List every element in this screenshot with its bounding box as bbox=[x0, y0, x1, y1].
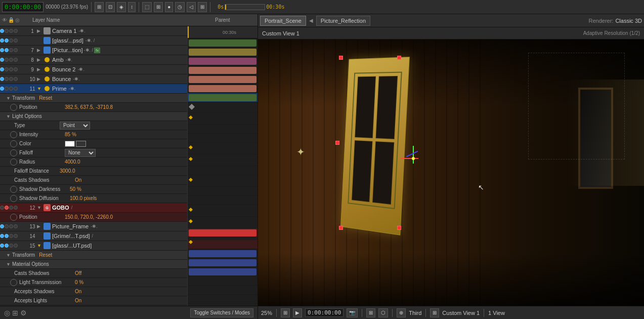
layer-11-expand[interactable]: ▼ bbox=[37, 86, 42, 91]
layer-15-vis[interactable] bbox=[0, 244, 4, 248]
vf-btn-view[interactable]: ⊕ bbox=[397, 308, 406, 317]
layer-1-vis[interactable] bbox=[0, 29, 4, 33]
layer-12-audio[interactable] bbox=[5, 206, 9, 210]
layer-14-name[interactable]: [Grime/...T.psd] bbox=[52, 233, 90, 239]
layer-13-expand[interactable]: ▶ bbox=[37, 224, 42, 229]
layer-13-solo[interactable] bbox=[9, 224, 13, 228]
layer-7-lock[interactable] bbox=[14, 48, 18, 52]
layer-13-name[interactable]: Picture_Frame bbox=[52, 223, 89, 229]
layer-9-vis[interactable] bbox=[0, 67, 4, 71]
viewport-tab-reflection[interactable]: Picture_Reflection bbox=[316, 16, 370, 26]
color-swatch-dark[interactable] bbox=[76, 141, 86, 147]
layer-13-opts[interactable]: -✱. bbox=[91, 224, 98, 229]
toolbar-btn-9[interactable]: ◁ bbox=[187, 2, 196, 12]
layer-g-solo[interactable] bbox=[9, 38, 13, 43]
layer-11-vis[interactable] bbox=[0, 87, 4, 91]
layer-12-solo[interactable] bbox=[9, 206, 13, 210]
vf-btn-3d[interactable]: ⬡ bbox=[378, 308, 388, 317]
layer-14-opts[interactable]: / bbox=[92, 233, 94, 238]
layer-9-opts[interactable]: -✱. bbox=[77, 67, 84, 72]
layer-10-audio[interactable] bbox=[5, 77, 9, 81]
vf-btn-1[interactable]: ⊞ bbox=[281, 308, 290, 317]
layer-13-lock[interactable] bbox=[14, 224, 18, 228]
layer-1-audio[interactable] bbox=[5, 29, 9, 33]
layer-9-audio[interactable] bbox=[5, 67, 9, 71]
layer-g-name[interactable]: [glass/...psd] bbox=[52, 37, 83, 44]
layer-row-picture[interactable]: 7 ▶ [Pictur...tion] -✱. / fx bbox=[0, 46, 187, 55]
layer-1-name[interactable]: Camera 1 bbox=[52, 28, 76, 34]
layer-7-vis[interactable] bbox=[0, 48, 4, 52]
layer-1-lock[interactable] bbox=[14, 29, 18, 33]
layer-8-expand[interactable]: ▶ bbox=[37, 57, 42, 62]
layer-9-solo[interactable] bbox=[9, 67, 13, 71]
position-value[interactable]: 382.5, 637.5, -3710.8 bbox=[65, 104, 113, 110]
layer-8-audio[interactable] bbox=[5, 58, 9, 62]
accepts-lights-value[interactable]: On bbox=[75, 298, 81, 303]
layer-12-expand[interactable]: ▼ bbox=[37, 205, 42, 210]
layer-1-expand[interactable]: ▶ bbox=[37, 28, 42, 33]
vf-btn-layout[interactable]: ⊞ bbox=[430, 308, 439, 317]
layer-13-vis[interactable] bbox=[0, 224, 4, 228]
glass-transform-expand[interactable]: ▼ bbox=[6, 253, 11, 258]
toolbar-btn-10[interactable]: ⊞ bbox=[198, 2, 207, 12]
layer-g-edit[interactable]: -✱. / bbox=[85, 38, 95, 43]
type-select[interactable]: Point Spot Parallel bbox=[60, 122, 90, 130]
layer-14-solo[interactable] bbox=[9, 234, 13, 238]
gobo-pos-value[interactable]: 150.0, 720.0, -2260.0 bbox=[65, 214, 113, 220]
toolbar-btn-1[interactable]: ⊞ bbox=[95, 2, 104, 12]
playhead[interactable] bbox=[188, 26, 189, 38]
layer-14-vis[interactable] bbox=[0, 234, 4, 238]
layer-15-lock[interactable] bbox=[14, 244, 18, 248]
casts-shadows-value[interactable]: On bbox=[75, 177, 81, 183]
layer-g-audio[interactable] bbox=[5, 38, 9, 43]
layer-8-lock[interactable] bbox=[14, 58, 18, 62]
layer-10-solo[interactable] bbox=[9, 77, 13, 81]
light-trans-value[interactable]: 0 % bbox=[75, 280, 83, 285]
layer-11-name[interactable]: Prime bbox=[52, 86, 67, 92]
layer-10-name[interactable]: Bounce bbox=[52, 76, 71, 82]
layer-15-name[interactable]: [glass/...UT.psd] bbox=[52, 243, 92, 249]
glass-transform-reset[interactable]: Reset bbox=[39, 252, 52, 258]
layer-row-grime[interactable]: 14 [Grime/...T.psd] / bbox=[0, 231, 187, 241]
toolbar-btn-2[interactable]: ⊡ bbox=[106, 2, 115, 12]
toolbar-btn-4[interactable]: ↕ bbox=[128, 2, 136, 12]
layer-7-expand[interactable]: ▶ bbox=[37, 48, 42, 53]
viewport-canvas[interactable]: ✦ ↖ bbox=[258, 39, 644, 306]
layer-7-audio[interactable] bbox=[5, 48, 9, 52]
layer-8-vis[interactable] bbox=[0, 58, 4, 62]
layer-10-expand[interactable]: ▶ bbox=[37, 76, 42, 82]
material-options-expand[interactable]: ▼ bbox=[6, 262, 11, 267]
layer-9-name[interactable]: Bounce 2 bbox=[52, 66, 75, 72]
layer-row-gobo[interactable]: 12 ▼ G GOBO / bbox=[0, 203, 187, 213]
mat-casts-shadows-value[interactable]: Off bbox=[75, 270, 81, 276]
layer-13-audio[interactable] bbox=[5, 224, 9, 228]
shadow-darkness-value[interactable]: 50 % bbox=[70, 186, 81, 192]
vf-btn-grid[interactable]: ⊞ bbox=[366, 308, 375, 317]
layer-g-vis[interactable] bbox=[0, 38, 4, 43]
layer-15-expand[interactable]: ▼ bbox=[37, 243, 42, 248]
vf-btn-cam[interactable]: 📷 bbox=[347, 308, 358, 317]
layer-14-audio[interactable] bbox=[5, 234, 9, 238]
layer-row-pframe[interactable]: 13 ▶ Picture_Frame -✱. bbox=[0, 222, 187, 231]
bottom-icon-1[interactable]: ◎ bbox=[4, 309, 10, 317]
layer-row-glass[interactable]: [glass/...psd] -✱. / bbox=[0, 36, 187, 46]
layer-8-name[interactable]: Amb bbox=[52, 57, 64, 63]
layer-12-name[interactable]: GOBO bbox=[52, 205, 69, 211]
layer-row-camera1[interactable]: 1 ▶ Camera 1 -✱. bbox=[0, 26, 187, 36]
layer-7-opts[interactable]: -✱. / bbox=[84, 48, 94, 53]
layer-15-solo[interactable] bbox=[9, 244, 13, 248]
layer-1-options[interactable]: -✱. bbox=[78, 28, 85, 33]
color-swatch-white[interactable] bbox=[65, 141, 75, 147]
layer-9-lock[interactable] bbox=[14, 67, 18, 71]
intensity-value[interactable]: 85 % bbox=[65, 132, 76, 137]
layer-10-lock[interactable] bbox=[14, 77, 18, 81]
layer-row-amb[interactable]: 8 ▶ Amb -✱. bbox=[0, 55, 187, 65]
radius-value[interactable]: 4000.0 bbox=[65, 159, 80, 165]
layer-11-solo[interactable] bbox=[9, 87, 13, 91]
layer-11-opts[interactable]: -✱. bbox=[69, 86, 76, 91]
toggle-switches-btn[interactable]: Toggle Switches / Modes bbox=[190, 308, 253, 317]
light-options-expand[interactable]: ▼ bbox=[6, 114, 11, 119]
toolbar-btn-7[interactable]: ● bbox=[165, 2, 173, 12]
layer-14-lock[interactable] bbox=[14, 234, 18, 238]
layer-7-solo[interactable] bbox=[9, 48, 13, 52]
